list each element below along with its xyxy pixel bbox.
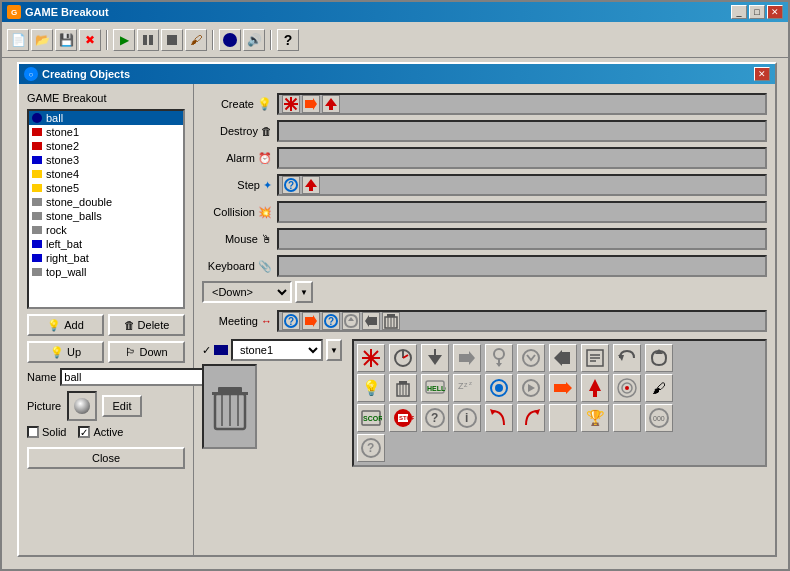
action-hello[interactable]: HELLO: [421, 374, 449, 402]
meet-icon-trash[interactable]: [382, 312, 400, 330]
action-curve-right[interactable]: [517, 404, 545, 432]
list-item[interactable]: right_bat: [29, 251, 183, 265]
stop-button[interactable]: [161, 29, 183, 51]
meet-icon-1[interactable]: ?: [282, 312, 300, 330]
list-item[interactable]: stone2: [29, 139, 183, 153]
item-icon: [32, 128, 42, 136]
up-button[interactable]: 💡 Up: [27, 341, 104, 363]
list-item[interactable]: top_wall: [29, 265, 183, 279]
action-empty-2[interactable]: [613, 404, 641, 432]
new-file-button[interactable]: 📄: [7, 29, 29, 51]
step-action-1[interactable]: ?: [282, 176, 300, 194]
meet-icon-5[interactable]: [362, 312, 380, 330]
action-text[interactable]: [581, 344, 609, 372]
collision-strip[interactable]: [277, 201, 767, 223]
destroy-strip[interactable]: [277, 120, 767, 142]
item-icon: [32, 240, 42, 248]
step-strip[interactable]: ?: [277, 174, 767, 196]
delete-button[interactable]: 🗑 Delete: [108, 314, 185, 336]
action-curve-left[interactable]: [485, 404, 513, 432]
action-circle-q[interactable]: ?: [421, 404, 449, 432]
action-speed[interactable]: [389, 344, 417, 372]
step-action-2[interactable]: [302, 176, 320, 194]
action-stop[interactable]: STOP: [389, 404, 417, 432]
action-circle-score[interactable]: 000: [645, 404, 673, 432]
action-arrow-right-red[interactable]: [549, 374, 577, 402]
save-file-button[interactable]: 💾: [55, 29, 77, 51]
event-dropdown[interactable]: <Down>: [202, 281, 292, 303]
name-row: Name: [27, 368, 185, 386]
action-target-circle[interactable]: [613, 374, 641, 402]
help-toolbar-button[interactable]: ?: [277, 29, 299, 51]
list-item[interactable]: ball: [29, 111, 183, 125]
close-dialog-button[interactable]: Close: [27, 447, 185, 469]
picture-preview: [67, 391, 97, 421]
svg-text:z: z: [469, 380, 472, 386]
add-button[interactable]: 💡 Add: [27, 314, 104, 336]
meet-icon-3[interactable]: ?: [322, 312, 340, 330]
mouse-strip[interactable]: [277, 228, 767, 250]
trash-drop-area[interactable]: [202, 364, 257, 449]
open-file-button[interactable]: 📂: [31, 29, 53, 51]
sound-button[interactable]: 🔊: [243, 29, 265, 51]
action-left-arrow[interactable]: [549, 344, 577, 372]
active-checkbox-item: ✓ Active: [78, 426, 123, 438]
create-action-3[interactable]: [322, 95, 340, 113]
list-item[interactable]: stone_balls: [29, 209, 183, 223]
action-circle-i[interactable]: i: [453, 404, 481, 432]
active-checkbox[interactable]: ✓: [78, 426, 90, 438]
list-item[interactable]: rock: [29, 223, 183, 237]
action-lightbulb[interactable]: 💡: [357, 374, 385, 402]
name-input[interactable]: [60, 368, 206, 386]
ball-button[interactable]: [219, 29, 241, 51]
close-file-button[interactable]: ✖: [79, 29, 101, 51]
alarm-event-row: Alarm ⏰: [202, 146, 767, 170]
action-arrow-up-red[interactable]: [581, 374, 609, 402]
window-close-button[interactable]: ✕: [767, 5, 783, 19]
action-help-circle[interactable]: ?: [357, 434, 385, 462]
action-sleep[interactable]: Z z z: [453, 374, 481, 402]
list-item[interactable]: stone1: [29, 125, 183, 139]
action-vspeed[interactable]: [421, 344, 449, 372]
pause-button[interactable]: [137, 29, 159, 51]
action-circle-arrow[interactable]: [517, 374, 545, 402]
meet-icon-2[interactable]: [302, 312, 320, 330]
alarm-strip[interactable]: [277, 147, 767, 169]
list-item[interactable]: stone_double: [29, 195, 183, 209]
action-undo[interactable]: [613, 344, 641, 372]
object-select-dropdown[interactable]: stone1: [231, 339, 323, 361]
list-item[interactable]: stone3: [29, 153, 183, 167]
action-circle-dot[interactable]: [485, 374, 513, 402]
action-trash[interactable]: [389, 374, 417, 402]
action-empty-1[interactable]: [549, 404, 577, 432]
edit-picture-button[interactable]: Edit: [102, 395, 142, 417]
object-list[interactable]: ball stone1 stone2 stone3: [27, 109, 185, 309]
action-trophy[interactable]: 🏆: [581, 404, 609, 432]
list-item[interactable]: left_bat: [29, 237, 183, 251]
meeting-strip[interactable]: ? ?: [277, 310, 767, 332]
create-action-1[interactable]: [282, 95, 300, 113]
action-gravity[interactable]: [485, 344, 513, 372]
solid-checkbox[interactable]: [27, 426, 39, 438]
action-hspeed[interactable]: [453, 344, 481, 372]
action-move[interactable]: [357, 344, 385, 372]
keyboard-strip[interactable]: [277, 255, 767, 277]
action-score[interactable]: SCORE: [357, 404, 385, 432]
down-button[interactable]: 🏳 Down: [108, 341, 185, 363]
meet-icon-4[interactable]: [342, 312, 360, 330]
paint-button[interactable]: 🖌: [185, 29, 207, 51]
dropdown-arrow-button[interactable]: ▼: [295, 281, 313, 303]
maximize-button[interactable]: □: [749, 5, 765, 19]
play-button[interactable]: ▶: [113, 29, 135, 51]
create-action-2[interactable]: [302, 95, 320, 113]
list-item[interactable]: stone4: [29, 167, 183, 181]
action-brush[interactable]: 🖌: [645, 374, 673, 402]
dialog-close-x-button[interactable]: ✕: [754, 67, 770, 81]
action-loop[interactable]: [645, 344, 673, 372]
minimize-button[interactable]: _: [731, 5, 747, 19]
object-dropdown-arrow[interactable]: ▼: [326, 339, 342, 361]
action-friction[interactable]: [517, 344, 545, 372]
create-strip[interactable]: [277, 93, 767, 115]
list-item[interactable]: stone5: [29, 181, 183, 195]
add-delete-row: 💡 Add 🗑 Delete: [27, 314, 185, 336]
